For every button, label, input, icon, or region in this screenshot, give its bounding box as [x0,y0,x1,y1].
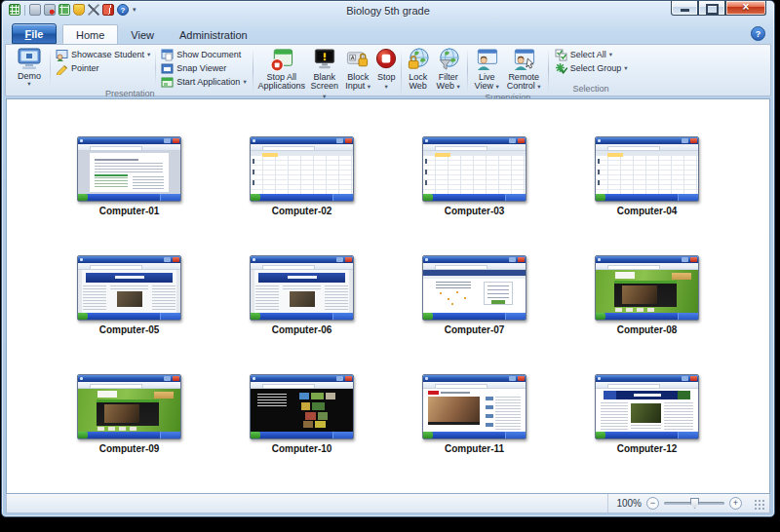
mini-screen-content [596,389,698,432]
snap-viewer-button[interactable]: Snap Viewer [158,61,249,75]
remote-control-button[interactable]: Remote Control ▾ [503,47,545,93]
blank-screen-label: Blank Screen ▾ [308,73,341,100]
snap-viewer-label: Snap Viewer [176,63,226,73]
computer-thumbnail[interactable]: Computer-11 [388,374,561,493]
filter-web-label: Filter Web ▾ [434,73,463,92]
ribbon-tab-row: File Home View Administration ? [2,20,774,44]
computer-name-label: Computer-12 [617,443,678,454]
zoom-slider-thumb[interactable] [690,498,699,509]
mini-taskbar [596,194,698,201]
computer-screen-preview [250,136,354,202]
file-tab[interactable]: File [12,23,57,44]
mini-titlebar [596,137,698,144]
zoom-control: 100% − + [607,494,750,513]
mini-taskbar [251,313,353,320]
mini-taskbar [596,313,698,320]
zoom-level-label: 100% [616,498,642,509]
computer-thumbnail[interactable]: Computer-03 [388,136,561,255]
maximize-button[interactable] [698,1,725,16]
demo-button[interactable]: Demo ▾ [11,47,48,89]
mini-toolbar [423,263,526,270]
showcase-student-button[interactable]: Showcase Student ▾ [53,48,153,61]
stop-all-applications-label: Stop All Applications [257,73,306,92]
pointer-label: Pointer [71,63,99,73]
zoom-in-button[interactable]: + [729,497,742,510]
computer-thumbnail[interactable]: Computer-04 [561,136,733,255]
stop-button[interactable]: Stop ▾ [374,47,399,101]
app-window: ? ▾ Biology 5th grade × File Home View A… [1,0,775,517]
window-title: Biology 5th grade [2,1,774,20]
mini-titlebar [78,137,180,144]
mini-screen-content [596,151,698,194]
zoom-slider[interactable] [664,502,724,505]
dropdown-arrow-icon: ▾ [537,83,540,90]
mini-taskbar [78,432,180,438]
tab-view[interactable]: View [118,25,167,44]
mini-screen-content [78,389,180,432]
computer-thumbnail[interactable]: Computer-12 [561,374,733,493]
showcase-student-icon [56,49,68,61]
live-view-button[interactable]: Live View ▾ [471,47,503,93]
select-group-icon [555,62,567,75]
computer-thumbnail[interactable]: Computer-01 [43,136,215,255]
dropdown-arrow-icon: ▾ [243,78,246,86]
mini-toolbar [78,382,180,389]
select-all-label: Select All [570,50,606,59]
ribbon-group-selection: Select All ▾ Select Group ▾ Selection [549,46,634,95]
dropdown-arrow-icon: ▾ [495,83,498,90]
show-document-button[interactable]: Show Document [158,48,249,61]
computer-thumbnail[interactable]: Computer-10 [215,374,388,493]
help-button[interactable]: ? [751,26,765,41]
group-inner-separator [155,49,156,87]
select-all-button[interactable]: Select All ▾ [552,48,631,61]
computer-name-label: Computer-07 [445,324,505,335]
block-input-label: Block Input ▾ [343,73,373,92]
zoom-out-button[interactable]: − [646,497,659,510]
close-button[interactable]: × [725,1,766,16]
filter-web-button[interactable]: Filter Web ▾ [433,47,464,101]
tab-administration[interactable]: Administration [167,25,260,44]
start-application-label: Start Application [176,77,240,87]
mini-toolbar [596,382,698,389]
start-application-button[interactable]: Start Application ▾ [158,75,249,89]
computer-thumbnail[interactable]: Computer-05 [43,255,215,374]
snap-viewer-icon [161,62,174,75]
mini-taskbar [423,432,526,438]
lock-web-button[interactable]: Lock Web [404,47,433,101]
computer-screen-preview [595,255,699,321]
tab-home[interactable]: Home [62,24,118,44]
mini-screen-content [423,389,526,432]
mini-taskbar [251,194,353,201]
computer-screen-preview [422,255,526,321]
computer-screen-preview [595,136,699,202]
ribbon: Demo ▾ Showcase Student ▾ [5,44,771,96]
computer-thumbnail[interactable]: Computer-07 [388,255,561,374]
mini-screen-content [251,151,353,194]
computer-thumbnail[interactable]: Computer-09 [43,374,215,493]
block-input-button[interactable]: Block Input ▾ [342,47,374,101]
stop-all-applications-button[interactable]: Stop All Applications [256,47,307,101]
dropdown-arrow-icon: ▾ [609,51,612,58]
computer-thumbnail[interactable]: Computer-08 [561,255,733,374]
group-label-selection: Selection [549,84,634,95]
block-input-icon [345,48,370,72]
lock-web-label: Lock Web [405,73,432,92]
computer-screen-preview [77,255,181,321]
select-group-button[interactable]: Select Group ▾ [552,61,631,75]
computer-thumbnail[interactable]: Computer-06 [215,255,388,374]
blank-screen-icon [312,48,337,72]
computer-thumbnail[interactable]: Computer-02 [215,136,388,255]
blank-screen-button[interactable]: Blank Screen ▾ [307,47,342,101]
dropdown-arrow-icon: ▾ [368,83,370,90]
show-document-label: Show Document [176,50,241,59]
computer-name-label: Computer-05 [99,324,160,335]
computer-name-label: Computer-11 [445,443,504,454]
minimize-button[interactable] [671,1,698,16]
show-document-icon [161,49,174,61]
computer-name-label: Computer-09 [99,443,160,454]
resize-grip[interactable] [754,499,766,512]
computer-screen-preview [77,374,181,439]
thumbnail-view: Computer-01 Computer-02 Comput [6,98,770,494]
ribbon-empty-space [633,46,768,95]
pointer-button[interactable]: Pointer [53,61,153,75]
